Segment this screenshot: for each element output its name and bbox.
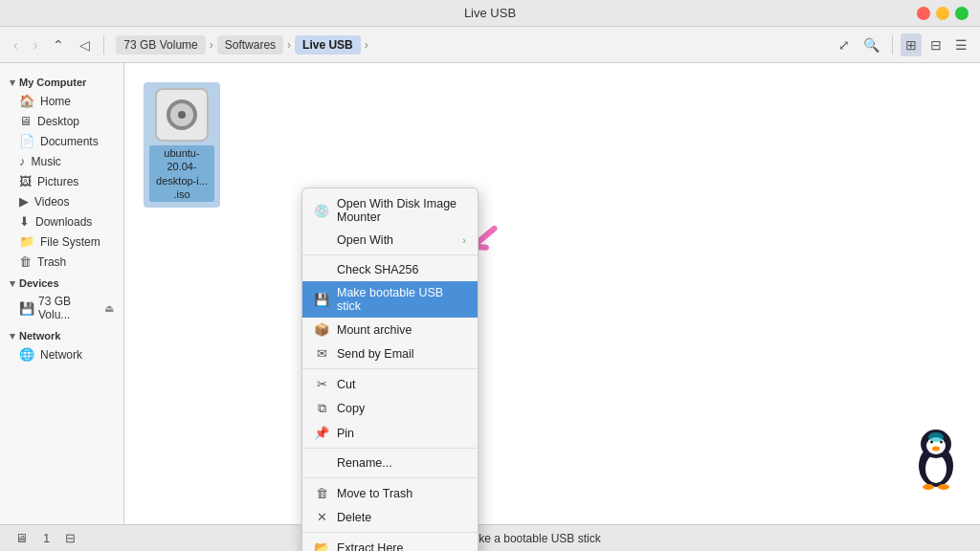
up-button[interactable]: ⌃ xyxy=(47,33,70,56)
search-button[interactable]: 🔍 xyxy=(858,33,884,56)
breadcrumb-arrow-1: › xyxy=(210,38,213,52)
sidebar-section-mycomputer[interactable]: ▾My Computer xyxy=(0,71,123,91)
minimize-button[interactable] xyxy=(936,7,949,20)
svg-point-10 xyxy=(938,484,949,490)
sidebar-item-filesystem[interactable]: 📁 File System xyxy=(0,231,123,252)
sidebar-label-documents: Documents xyxy=(40,135,99,148)
left-panel-toggle[interactable]: ◁ xyxy=(74,33,96,56)
statusbar-btn-2[interactable]: 1 xyxy=(39,529,54,547)
cm-mount-archive[interactable]: 📦 Mount archive xyxy=(302,318,478,342)
view-list-button[interactable]: ☰ xyxy=(950,33,972,56)
file-label: ubuntu-20.04-desktop-i....iso xyxy=(149,145,214,202)
pin-icon: 📌 xyxy=(314,426,329,440)
view-icons-button[interactable]: ⊞ xyxy=(901,33,922,56)
extract-icon: 📂 xyxy=(314,540,329,551)
cm-label-copy: Copy xyxy=(337,402,365,415)
sidebar-item-desktop[interactable]: 🖥 Desktop xyxy=(0,111,123,131)
sidebar-item-trash[interactable]: 🗑 Trash xyxy=(0,252,123,272)
cm-delete[interactable]: ✕ Delete xyxy=(302,505,478,529)
documents-icon: 📄 xyxy=(19,134,34,148)
cm-copy[interactable]: ⧉ Copy xyxy=(302,396,478,421)
statusbar-btn-1[interactable]: 🖥 xyxy=(11,529,32,547)
sidebar-section-devices[interactable]: ▾Devices xyxy=(0,272,123,292)
cm-sep-1 xyxy=(302,254,478,255)
submenu-arrow-icon: › xyxy=(462,234,466,246)
drive-icon: 💾 xyxy=(19,301,34,316)
filesystem-icon: 📁 xyxy=(19,234,34,249)
cm-open-with[interactable]: Open With › xyxy=(302,229,478,252)
cm-label-send-email: Send by Email xyxy=(337,347,414,361)
window-title: Live USB xyxy=(464,6,516,20)
disc-icon xyxy=(167,99,197,130)
disk-image-icon: 💿 xyxy=(314,204,329,218)
toolbar-adjust-button[interactable]: ⤢ xyxy=(834,33,855,56)
toolbar-sep-2 xyxy=(892,35,893,55)
sidebar-item-73gb[interactable]: 💾 73 GB Volu... ⏏ xyxy=(0,292,123,324)
back-button[interactable]: ‹ xyxy=(8,33,24,56)
statusbar: 🖥 1 ⊟ Make a bootable USB stick xyxy=(0,524,980,551)
file-icon xyxy=(155,88,209,142)
downloads-icon: ⬇ xyxy=(19,214,30,229)
sidebar-item-downloads[interactable]: ⬇ Downloads xyxy=(0,211,123,231)
context-menu: 💿 Open With Disk Image Mounter Open With… xyxy=(301,187,479,551)
cm-move-trash[interactable]: 🗑 Move to Trash xyxy=(302,481,478,505)
statusbar-btn-3[interactable]: ⊟ xyxy=(61,529,79,547)
penguin-mascot xyxy=(907,423,965,490)
home-icon: 🏠 xyxy=(19,94,34,108)
sidebar-item-network[interactable]: 🌐 Network xyxy=(0,344,123,364)
mount-icon: 📦 xyxy=(314,322,329,337)
cm-label-open-with: Open With xyxy=(337,233,393,247)
main-layout: ▾My Computer 🏠 Home 🖥 Desktop 📄 Document… xyxy=(0,63,980,524)
sidebar-label-home: Home xyxy=(40,95,71,108)
cm-extract-here[interactable]: 📂 Extract Here xyxy=(302,536,478,551)
cm-open-disk-image[interactable]: 💿 Open With Disk Image Mounter xyxy=(302,192,478,229)
desktop-icon: 🖥 xyxy=(19,114,32,128)
sidebar-section-network[interactable]: ▾Network xyxy=(0,324,123,344)
cm-sep-5 xyxy=(302,532,478,533)
cm-label-open-disk-image: Open With Disk Image Mounter xyxy=(337,197,466,224)
sidebar-label-music: Music xyxy=(32,155,61,168)
cm-rename[interactable]: Rename... xyxy=(302,452,478,474)
breadcrumb-live-usb[interactable]: Live USB xyxy=(295,35,361,55)
cm-pin[interactable]: 📌 Pin xyxy=(302,421,478,445)
cm-sep-2 xyxy=(302,368,478,369)
toolbar-sep xyxy=(103,35,104,55)
sidebar-item-home[interactable]: 🏠 Home xyxy=(0,91,123,111)
sidebar-label-network: Network xyxy=(40,348,82,362)
eject-button[interactable]: ⏏ xyxy=(104,302,114,315)
delete-icon: ✕ xyxy=(314,510,329,524)
file-item-iso[interactable]: ubuntu-20.04-desktop-i....iso xyxy=(144,82,220,208)
cm-label-rename: Rename... xyxy=(337,456,392,470)
statusbar-text: Make a bootable USB stick xyxy=(95,532,969,545)
sidebar-item-documents[interactable]: 📄 Documents xyxy=(0,131,123,151)
cm-label-delete: Delete xyxy=(337,511,371,524)
breadcrumb-softwares[interactable]: Softwares xyxy=(217,35,283,55)
cm-cut[interactable]: ✂ Cut xyxy=(302,372,478,396)
network-icon: 🌐 xyxy=(19,347,34,362)
pictures-icon: 🖼 xyxy=(19,174,32,188)
sidebar-item-music[interactable]: ♪ Music xyxy=(0,151,123,171)
cm-check-sha[interactable]: Check SHA256 xyxy=(302,258,478,281)
maximize-button[interactable] xyxy=(955,7,969,20)
sidebar-label-73gb: 73 GB Volu... xyxy=(38,295,100,321)
close-button[interactable] xyxy=(917,7,930,20)
svg-point-11 xyxy=(928,432,944,442)
breadcrumb: 73 GB Volume › Softwares › Live USB › xyxy=(116,35,368,55)
cm-send-email[interactable]: ✉ Send by Email xyxy=(302,342,478,365)
cm-label-move-trash: Move to Trash xyxy=(337,487,412,500)
view-compact-button[interactable]: ⊟ xyxy=(925,33,947,56)
cm-sep-3 xyxy=(302,448,478,449)
disc-center-dot xyxy=(178,111,186,119)
breadcrumb-volume[interactable]: 73 GB Volume xyxy=(116,35,205,55)
cm-label-pin: Pin xyxy=(337,427,354,440)
sidebar-item-videos[interactable]: ▶ Videos xyxy=(0,191,123,211)
sidebar-item-pictures[interactable]: 🖼 Pictures xyxy=(0,171,123,191)
sidebar-label-pictures: Pictures xyxy=(37,175,78,188)
sidebar-label-trash: Trash xyxy=(37,255,66,269)
sidebar-label-filesystem: File System xyxy=(40,235,100,249)
move-trash-icon: 🗑 xyxy=(314,486,329,500)
cm-sep-4 xyxy=(302,477,478,478)
forward-button[interactable]: › xyxy=(28,33,44,56)
content-area[interactable]: ubuntu-20.04-desktop-i....iso 💿 Open Wit… xyxy=(124,63,980,524)
cm-make-bootable[interactable]: 💾 Make bootable USB stick xyxy=(302,281,478,318)
